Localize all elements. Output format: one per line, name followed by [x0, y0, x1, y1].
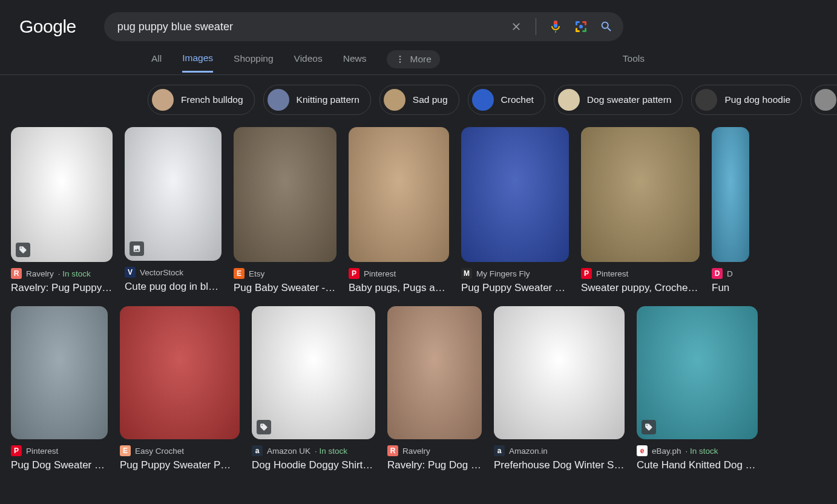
search-icon[interactable]: [599, 19, 614, 34]
result-card[interactable]: PPinterestSweater puppy, Croche…: [581, 127, 700, 294]
result-thumb[interactable]: [349, 127, 449, 262]
result-thumb[interactable]: [581, 127, 700, 262]
result-thumb[interactable]: [234, 127, 336, 262]
result-source-row: PPinterest: [349, 268, 449, 279]
result-card[interactable]: DDFun: [712, 127, 749, 294]
chip-label: Crochet: [501, 94, 534, 105]
result-card[interactable]: RRavelryIn stockRavelry: Pug Puppy…: [11, 127, 113, 294]
source-name: Etsy: [249, 269, 264, 278]
svg-point-11: [399, 61, 401, 63]
result-card[interactable]: aAmazon UKIn stockDog Hoodie Doggy Shirt…: [252, 306, 375, 471]
clear-icon[interactable]: [509, 19, 524, 34]
svg-rect-7: [585, 28, 586, 32]
chip-crochet[interactable]: Crochet: [468, 85, 545, 115]
favicon: E: [234, 268, 245, 279]
result-title: Pug Puppy Sweater …: [461, 282, 569, 294]
svg-rect-1: [576, 21, 577, 25]
chip-thumb: [695, 89, 717, 111]
result-source-row: VVectorStock: [125, 267, 222, 278]
result-thumb[interactable]: [11, 306, 108, 439]
chip-french-bulldog[interactable]: French bulldog: [148, 85, 255, 115]
voice-search-icon[interactable]: [548, 19, 563, 34]
tab-more[interactable]: More: [387, 50, 439, 68]
result-card[interactable]: aAmazon.inPreferhouse Dog Winter S…: [494, 306, 625, 471]
tabs-row: All Images Shopping Videos News More Too…: [0, 44, 837, 75]
source-name: D: [727, 269, 733, 278]
result-source-row: aAmazon.in: [494, 445, 625, 456]
chip-label: Pug dog hoodie: [724, 94, 790, 105]
result-title: Pug Dog Sweater …: [11, 459, 108, 471]
stock-badge: In stock: [686, 447, 718, 456]
result-source-row: EEasy Crochet: [120, 445, 240, 456]
source-name: Pinterest: [26, 447, 58, 456]
result-card[interactable]: EEtsyPug Baby Sweater - …: [234, 127, 336, 294]
chip-thumb: [558, 89, 580, 111]
result-thumb[interactable]: [461, 127, 569, 262]
google-logo[interactable]: Google: [19, 16, 76, 37]
result-source-row: RRavelryIn stock: [11, 268, 113, 279]
favicon: a: [252, 445, 263, 456]
favicon: P: [11, 445, 22, 456]
result-title: Ravelry: Pug Dog …: [387, 459, 482, 471]
result-source-row: DD: [712, 268, 749, 279]
tools-button[interactable]: Tools: [623, 53, 645, 71]
separator: [536, 18, 536, 35]
source-name: Ravelry: [402, 447, 430, 456]
chip-knitting-pattern[interactable]: Knitting pattern: [263, 85, 371, 115]
result-thumb[interactable]: [120, 306, 240, 439]
chip-dog-sweater-pattern[interactable]: Dog sweater pattern: [554, 85, 683, 115]
chip-sad-pug[interactable]: Sad pug: [379, 85, 459, 115]
result-thumb[interactable]: [712, 127, 749, 262]
result-title: Cute Hand Knitted Dog …: [637, 459, 758, 471]
source-name: Ravelry: [26, 269, 54, 278]
svg-point-8: [579, 25, 583, 28]
result-card[interactable]: EEasy CrochetPug Puppy Sweater P…: [120, 306, 240, 471]
more-icon: [395, 54, 405, 64]
source-name: My Fingers Fly: [476, 269, 530, 278]
result-thumb[interactable]: [125, 127, 222, 261]
result-thumb[interactable]: [387, 306, 482, 439]
result-source-row: eeBay.phIn stock: [637, 445, 758, 456]
result-card[interactable]: PPinterestBaby pugs, Pugs an…: [349, 127, 449, 294]
source-name: VectorStock: [140, 268, 183, 277]
tab-videos[interactable]: Videos: [294, 53, 323, 71]
source-name: Pinterest: [596, 269, 628, 278]
source-name: Amazon.in: [509, 447, 548, 456]
lens-search-icon[interactable]: [574, 19, 588, 34]
tab-news[interactable]: News: [343, 53, 367, 71]
tab-images[interactable]: Images: [182, 53, 213, 73]
svg-point-10: [399, 58, 401, 60]
result-title: Pug Puppy Sweater P…: [120, 459, 240, 471]
result-card[interactable]: PPinterestPug Dog Sweater …: [11, 306, 108, 471]
source-name: Amazon UK: [267, 447, 310, 456]
favicon: M: [461, 268, 472, 279]
favicon: R: [387, 445, 398, 456]
chip-label: Knitting pattern: [297, 94, 359, 105]
search-bar: [104, 12, 623, 41]
favicon: a: [494, 445, 505, 456]
tab-shopping[interactable]: Shopping: [234, 53, 274, 71]
result-card[interactable]: MMy Fingers FlyPug Puppy Sweater …: [461, 127, 569, 294]
result-title: Fun: [712, 282, 749, 294]
result-card[interactable]: VVectorStockCute pug dog in bl…: [125, 127, 222, 294]
result-thumb[interactable]: [637, 306, 758, 439]
product-tag-icon: [16, 243, 30, 257]
chip-pug-dog-hoodie[interactable]: Pug dog hoodie: [691, 85, 802, 115]
result-title: Baby pugs, Pugs an…: [349, 282, 449, 294]
svg-rect-5: [576, 28, 577, 32]
result-card[interactable]: RRavelryRavelry: Pug Dog …: [387, 306, 482, 471]
favicon: P: [581, 268, 592, 279]
search-input[interactable]: [117, 21, 509, 33]
source-name: Easy Crochet: [135, 447, 184, 456]
result-card[interactable]: eeBay.phIn stockCute Hand Knitted Dog …: [637, 306, 758, 471]
favicon: R: [11, 268, 22, 279]
image-type-icon: [130, 241, 144, 256]
tab-all[interactable]: All: [151, 53, 162, 71]
result-thumb[interactable]: [494, 306, 625, 439]
tab-more-label: More: [410, 54, 431, 65]
chip-label: Sad pug: [413, 94, 448, 105]
result-title: Cute pug dog in bl…: [125, 281, 222, 293]
result-thumb[interactable]: [252, 306, 375, 439]
chip-partial[interactable]: [810, 85, 837, 115]
result-thumb[interactable]: [11, 127, 113, 262]
